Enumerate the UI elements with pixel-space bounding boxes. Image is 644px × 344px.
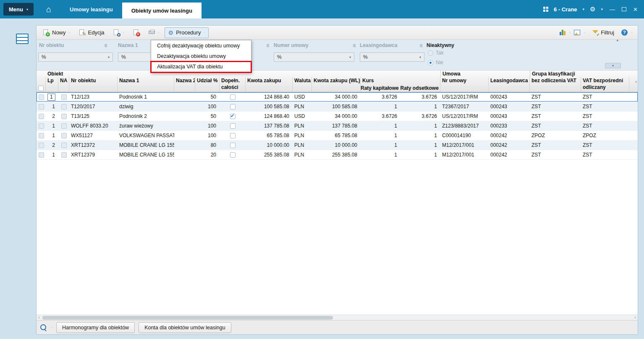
- dopeln-checkbox[interactable]: [220, 123, 246, 129]
- menu-item-dezaktywacja[interactable]: Dezaktywacja obiektu umowy: [151, 51, 251, 62]
- menu-button[interactable]: Menu ▾: [3, 3, 34, 16]
- column-header-nazwa1[interactable]: Nazwa 1: [118, 77, 174, 92]
- column-header-kurs[interactable]: Kurs Raty kapitałowe Raty odsetkowe: [361, 77, 440, 92]
- row-select-checkbox[interactable]: [37, 114, 46, 119]
- column-header-kwota-zakupu-wl[interactable]: Kwota zakupu (WL): [312, 77, 361, 92]
- sidebar-grid-view-icon[interactable]: [16, 34, 29, 44]
- dopeln-checkbox[interactable]: [220, 94, 246, 100]
- dopeln-checkbox[interactable]: [220, 143, 246, 148]
- edit-button[interactable]: ✎ Edycja: [75, 27, 108, 38]
- cell-waluta: PLN: [293, 152, 312, 158]
- settings-chevron-icon[interactable]: ▾: [601, 7, 603, 11]
- column-header-nr-obiektu[interactable]: Nr obiektu: [69, 77, 118, 92]
- expand-filter-chevron-icon[interactable]: ▾: [605, 63, 621, 68]
- scroll-right-icon[interactable]: ›: [633, 315, 638, 320]
- radio-nieaktywny-nie[interactable]: Nie: [428, 60, 443, 65]
- operator-leasingodawca[interactable]: ≤: [420, 42, 423, 48]
- print-button[interactable]: ▾: [145, 27, 163, 38]
- cell-leasingodawca: 000242: [489, 133, 530, 138]
- na-checkbox[interactable]: [58, 152, 69, 158]
- collapse-filter-chevron-icon[interactable]: ▴: [616, 38, 618, 42]
- column-header-nr-umowy[interactable]: Nr umowy: [440, 77, 489, 92]
- filter-input-nr-obiektu[interactable]: % ▾: [38, 52, 113, 62]
- row-select-checkbox[interactable]: [37, 133, 46, 138]
- cell-raty-odsetkowe: 3.6726: [401, 94, 440, 100]
- delete-button[interactable]: ✕: [129, 27, 144, 38]
- menu-item-aktualizacja-vat[interactable]: Aktualizacja VAT dla obiektu: [151, 62, 251, 72]
- table-row[interactable]: 1 T12/123 Podnośnik 1 50 124 868.40 USD …: [37, 92, 638, 102]
- column-header-vat-bezposredni-odliczany[interactable]: VAT bezpośredni odliczany: [581, 77, 629, 92]
- table-row[interactable]: 2 XRT12372 MOBILE CRANE LG 155 80 10 000…: [37, 141, 638, 150]
- na-checkbox[interactable]: [58, 104, 69, 109]
- table-row[interactable]: 1 WX51127 VOLKSWAGEN PASSAT 100 65 785.0…: [37, 131, 638, 141]
- column-header-lp[interactable]: Lp: [46, 77, 58, 92]
- dopeln-checkbox[interactable]: [220, 152, 246, 158]
- column-header-udzial[interactable]: Udział %: [195, 77, 220, 92]
- scroll-columns-icon[interactable]: ‹: [635, 79, 637, 84]
- operator-nr-obiektu[interactable]: ≤: [105, 42, 107, 48]
- search-chevron-icon[interactable]: ▾: [51, 326, 52, 329]
- column-header-bez-odliczenia-vat[interactable]: bez odliczenia VAT: [530, 77, 581, 92]
- preview-button[interactable]: ▾: [110, 27, 128, 38]
- operator-numer-umowy[interactable]: ≤: [353, 42, 356, 48]
- row-select-checkbox[interactable]: [37, 152, 46, 158]
- filter-button[interactable]: Filtruj: [589, 27, 618, 38]
- home-icon[interactable]: ⌂: [46, 5, 51, 13]
- close-button[interactable]: ✕: [632, 6, 639, 13]
- column-header-raty-kapitalowe[interactable]: Raty kapitałowe: [361, 85, 401, 92]
- chart-chevron-icon[interactable]: ▾: [569, 31, 571, 34]
- minimize-button[interactable]: —: [608, 6, 616, 13]
- table-row[interactable]: 1 WOLFF 8033.20 żuraw wieżowy 100 137 78…: [37, 121, 638, 131]
- new-button[interactable]: + Nowy ▾: [39, 27, 74, 38]
- column-header-waluta[interactable]: Waluta: [293, 77, 312, 92]
- settings-gear-icon[interactable]: ⚙: [590, 5, 595, 13]
- na-checkbox[interactable]: [58, 123, 69, 129]
- filter-input-leasingodawca[interactable]: % ▾: [360, 52, 424, 62]
- row-select-checkbox[interactable]: [37, 143, 46, 148]
- radio-nieaktywny-tak[interactable]: Tak: [428, 50, 444, 56]
- attachments-chevron-icon[interactable]: ▾: [584, 31, 585, 34]
- table-row[interactable]: 1 T120/2017 dziwig 100 100 585.08 PLN 10…: [37, 102, 638, 112]
- search-related-icon[interactable]: [40, 324, 47, 331]
- workspace-grid-icon[interactable]: [543, 7, 548, 12]
- attachments-icon[interactable]: [574, 30, 580, 35]
- na-checkbox[interactable]: [58, 143, 69, 148]
- help-chevron-icon[interactable]: ▾: [631, 31, 633, 34]
- column-header-dopeln-calosci[interactable]: Dopełn. całości: [220, 77, 246, 92]
- scroll-left-icon[interactable]: ‹: [37, 315, 42, 320]
- cell-nr-obiektu: T13/125: [69, 113, 118, 119]
- operator-nazwa1[interactable]: ≤: [267, 42, 270, 48]
- help-icon[interactable]: ?: [621, 29, 628, 36]
- workspace-chevron-icon[interactable]: ▾: [583, 7, 585, 11]
- table-row[interactable]: 1 XRT12379 MOBILE CRANE LG 155 20 255 38…: [37, 150, 638, 160]
- column-header-nazwa2[interactable]: Nazwa 2: [174, 77, 195, 92]
- dopeln-checkbox[interactable]: [220, 114, 246, 119]
- row-select-checkbox[interactable]: [37, 94, 46, 100]
- procedures-button[interactable]: ⚙ Procedury ▾: [165, 27, 209, 38]
- na-checkbox[interactable]: [58, 114, 69, 119]
- column-header-leasingodawca[interactable]: Leasingodawca: [489, 77, 530, 92]
- scrollbar-thumb[interactable]: [42, 316, 333, 320]
- dopeln-checkbox[interactable]: [220, 104, 246, 109]
- row-select-checkbox[interactable]: [37, 123, 46, 129]
- konta-button[interactable]: Konta dla obiektów umów leasingu: [139, 322, 231, 333]
- procedures-chevron-icon: ▾: [203, 31, 205, 34]
- cell-leasingodawca: 000242: [489, 152, 530, 158]
- row-select-checkbox[interactable]: [37, 104, 46, 109]
- filter-input-numer-umowy[interactable]: % ▾: [274, 52, 354, 62]
- menu-item-cofnij-dezaktywacje[interactable]: Cofnij dezaktywację obiektu umowy: [151, 41, 251, 51]
- na-checkbox[interactable]: [58, 133, 69, 138]
- horizontal-scrollbar[interactable]: ‹ ›: [37, 315, 638, 320]
- column-header-kwota-zakupu[interactable]: Kwota zakupu: [246, 77, 293, 92]
- na-checkbox[interactable]: [58, 94, 69, 100]
- dopeln-checkbox[interactable]: [220, 133, 246, 138]
- column-header-na[interactable]: NA: [58, 77, 69, 92]
- harmonogramy-button[interactable]: Harmonogramy dla obiektów: [56, 322, 135, 333]
- select-all-checkbox[interactable]: [37, 77, 46, 92]
- tab-umowy-leasingu[interactable]: Umowy leasingu: [60, 0, 122, 18]
- column-header-raty-odsetkowe[interactable]: Raty odsetkowe: [401, 85, 440, 92]
- chart-icon[interactable]: [560, 30, 565, 35]
- restore-button[interactable]: [622, 7, 626, 11]
- table-row[interactable]: 2 T13/125 Podnośnik 2 50 124 868.40 USD …: [37, 112, 638, 121]
- tab-obiekty-umow-leasingu[interactable]: Obiekty umów leasingu: [122, 3, 202, 18]
